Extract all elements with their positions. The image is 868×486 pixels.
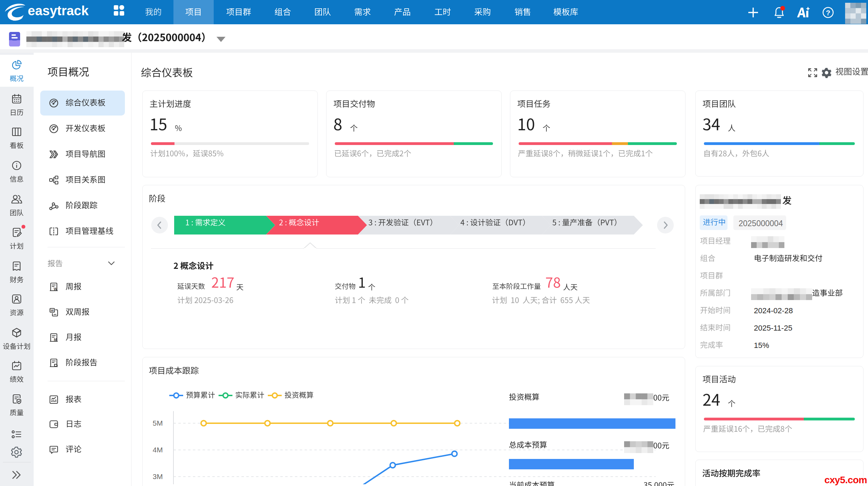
svg-text:M: M — [54, 338, 57, 342]
svg-text:W: W — [51, 309, 54, 312]
svg-text:?: ? — [826, 9, 831, 17]
svg-text:W: W — [54, 287, 57, 291]
